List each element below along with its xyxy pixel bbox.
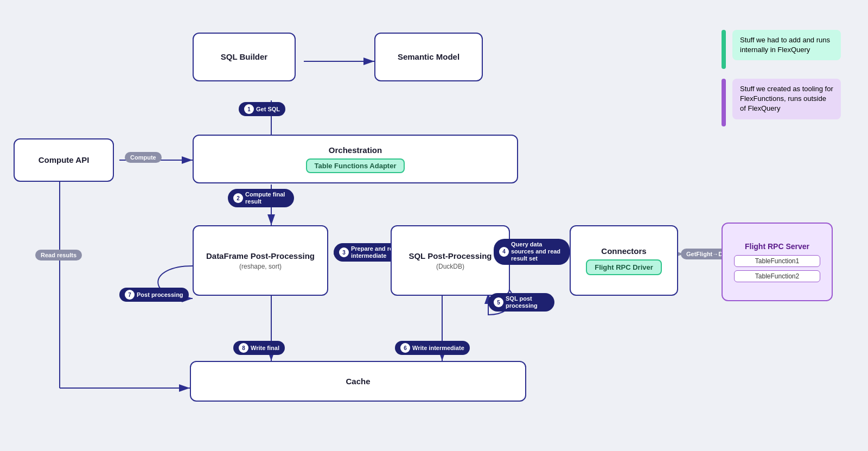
table-functions-adapter-badge: Table Functions Adapter [306,158,405,173]
diagram-container: Compute API Compute SQL Builder Semantic… [0,0,868,451]
legend-bar-green [722,30,726,69]
connectors-box: Connectors Flight RPC Driver [570,225,678,296]
sql-post-subtitle: (DuckDB) [436,263,464,270]
dataframe-post-title: DataFrame Post-Processing [206,251,315,262]
legend-text-green: Stuff we had to add and runs internally … [732,30,841,60]
flight-rpc-server-title: Flight RPC Server [745,242,809,251]
read-results-badge: Read results [35,250,82,261]
orchestration-title: Orchestration [329,145,382,156]
legend-bar-purple [722,79,726,126]
table-fn2: TableFunction2 [734,270,820,282]
flight-rpc-server-box: Flight RPC Server TableFunction1 TableFu… [722,223,833,301]
get-sql-badge: 1 Get SQL [239,102,285,116]
cache-title: Cache [346,376,370,387]
sql-post-title: SQL Post-Processing [409,251,492,262]
compute-api-title: Compute API [39,155,90,166]
legend-item-purple: Stuff we created as tooling for FlexFunc… [722,79,841,126]
cache-box: Cache [190,361,526,402]
post-processing-badge: 7 Post processing [119,288,189,302]
compute-final-badge: 2 Compute final result [228,189,294,207]
sql-post-proc-badge: 5 SQL post processing [488,293,554,312]
compute-api-box: Compute API [14,138,114,182]
dataframe-post-box: DataFrame Post-Processing (reshape, sort… [193,225,328,296]
legend-item-green: Stuff we had to add and runs internally … [722,30,841,69]
sql-builder-title: SQL Builder [221,52,267,62]
dataframe-post-subtitle: (reshape, sort) [239,263,282,270]
connectors-title: Connectors [601,246,646,257]
flight-rpc-driver-badge: Flight RPC Driver [586,259,662,275]
semantic-model-title: Semantic Model [398,52,459,62]
write-final-badge: 8 Write final [233,341,285,355]
sql-builder-box: SQL Builder [193,33,296,81]
semantic-model-box: Semantic Model [374,33,483,81]
compute-badge: Compute [125,152,162,163]
orchestration-box: Orchestration Table Functions Adapter [193,135,518,183]
table-fn1: TableFunction1 [734,255,820,267]
query-data-badge: 4 Query data sources and read result set [494,239,570,265]
legend: Stuff we had to add and runs internally … [722,30,841,136]
write-intermediate-badge: 6 Write intermediate [395,341,470,355]
legend-text-purple: Stuff we created as tooling for FlexFunc… [732,79,841,119]
sql-post-box: SQL Post-Processing (DuckDB) [391,225,510,296]
